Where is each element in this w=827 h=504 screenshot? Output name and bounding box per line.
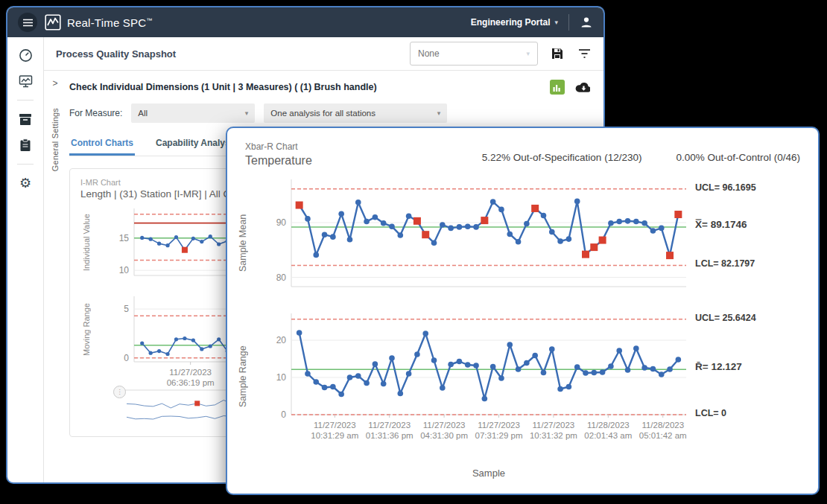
sample-mean-chart: 8090 — [257, 173, 689, 300]
range-lcl-label: LCL= 0 — [695, 408, 726, 418]
page-toolbar: Process Quality Snapshot None ▾ — [44, 37, 603, 71]
sidebar-item-dashboard[interactable] — [18, 48, 33, 63]
range-ucl-label: UCL= 25.6424 — [695, 313, 756, 323]
section-title: Check Individual Dimensions (1 Unit | 3 … — [69, 82, 377, 92]
svg-text:04:31:30 pm: 04:31:30 pm — [420, 431, 468, 440]
svg-text:10:31:32 pm: 10:31:32 pm — [530, 431, 577, 440]
user-account-button[interactable] — [580, 16, 593, 29]
portal-dropdown[interactable]: Engineering Portal ▾ — [471, 17, 558, 28]
analysis-scope-select[interactable]: One analysis for all stations ▾ — [264, 103, 447, 123]
svg-text:0: 0 — [281, 409, 286, 420]
measure-value: All — [138, 109, 148, 118]
mean-lcl-label: LCL= 82.1797 — [695, 258, 755, 269]
user-icon — [580, 16, 593, 29]
svg-text:02:01:43 am: 02:01:43 am — [584, 431, 632, 440]
analysis-scope-value: One analysis for all stations — [270, 109, 376, 118]
navigator-handle[interactable]: ⋮ — [113, 386, 126, 398]
save-button[interactable] — [550, 46, 565, 61]
hamburger-menu-button[interactable] — [18, 13, 37, 32]
svg-text:11/27/2023: 11/27/2023 — [314, 421, 356, 430]
svg-text:07:31:29 pm: 07:31:29 pm — [475, 431, 523, 440]
analysis-chart-button[interactable] — [550, 80, 565, 95]
header-divider — [568, 14, 569, 31]
sample-axis-title: Sample — [291, 468, 686, 479]
svg-text:06:36:19 pm: 06:36:19 pm — [167, 378, 215, 387]
moving-range-axis-title: Moving Range — [82, 296, 91, 363]
sidebar-item-tasks[interactable] — [18, 138, 33, 153]
tab-control-charts[interactable]: Control Charts — [69, 135, 135, 156]
left-icon-sidebar: ⚙ — [7, 37, 44, 484]
expand-panel-chevron[interactable]: > — [52, 78, 57, 89]
svg-text:20: 20 — [276, 335, 287, 345]
svg-text:10:31:29 am: 10:31:29 am — [311, 431, 358, 440]
clipboard-icon — [19, 138, 31, 152]
mean-ucl-label: UCL= 96.1695 — [695, 182, 756, 193]
sidebar-divider — [17, 164, 34, 165]
svg-text:11/28/2023: 11/28/2023 — [587, 421, 630, 430]
archive-box-icon — [19, 113, 32, 126]
chevron-down-icon: ▾ — [437, 109, 441, 117]
svg-text:01:31:36 pm: 01:31:36 pm — [366, 431, 414, 440]
svg-text:11/27/2023: 11/27/2023 — [423, 421, 466, 430]
sidebar-item-archive[interactable] — [18, 112, 33, 127]
sidebar-item-monitoring[interactable] — [18, 74, 33, 89]
chevron-down-icon: ▾ — [526, 50, 530, 57]
bar-chart-icon — [553, 83, 562, 92]
sample-range-chart: 0102011/27/202310:31:29 am11/27/202301:3… — [257, 306, 689, 465]
control-limit-labels: UCL= 96.1695X̿= 89.1746LCL= 82.1797UCL= … — [695, 173, 807, 485]
svg-text:15: 15 — [119, 233, 130, 243]
svg-text:11/27/2023: 11/27/2023 — [368, 421, 411, 430]
preset-value: None — [418, 48, 440, 59]
sample-mean-axis-title: Sample Mean — [238, 194, 248, 291]
filter-icon — [578, 48, 591, 59]
cloud-download-icon — [575, 81, 590, 93]
xbar-charts-area: Sample Mean Sample Range 8090 0102011/27… — [238, 173, 808, 485]
mean-center-label: X̿= 89.1746 — [695, 219, 747, 230]
svg-text:5: 5 — [124, 304, 129, 314]
out-of-spec-stat: 5.22% Out-of-Specification (12/230) — [482, 152, 642, 163]
svg-text:80: 80 — [276, 272, 287, 283]
general-settings-rail: > General Settings — [44, 71, 66, 484]
sidebar-item-settings[interactable]: ⚙ — [18, 176, 33, 191]
measure-select[interactable]: All ▾ — [131, 103, 255, 123]
monitor-chart-icon — [19, 74, 33, 88]
export-button[interactable] — [575, 80, 590, 95]
xbar-chart-kind-label: Xbar-R Chart — [245, 141, 312, 152]
page-title: Process Quality Snapshot — [56, 48, 176, 60]
svg-text:11/28/2023: 11/28/2023 — [641, 421, 684, 430]
svg-text:90: 90 — [276, 217, 287, 228]
out-of-control-stat: 0.00% Out-of-Control (0/46) — [676, 152, 800, 163]
svg-text:10: 10 — [119, 265, 130, 275]
for-measure-label: For Measure: — [69, 108, 122, 118]
svg-text:05:01:42 am: 05:01:42 am — [639, 431, 687, 440]
individual-value-axis-title: Individual Value — [82, 208, 91, 277]
spc-logo-icon — [45, 14, 61, 31]
svg-text:10: 10 — [276, 372, 287, 383]
svg-text:11/27/2023: 11/27/2023 — [169, 368, 212, 377]
sidebar-divider — [17, 100, 34, 101]
app-header: Real-Time SPC™ Engineering Portal ▾ — [7, 7, 603, 37]
general-settings-label: General Settings — [51, 108, 60, 171]
xbar-r-chart-window: Xbar-R Chart Temperature 5.22% Out-of-Sp… — [226, 127, 820, 495]
range-center-label: R̄= 12.127 — [695, 361, 742, 372]
sample-range-axis-title: Sample Range — [238, 328, 248, 425]
chevron-down-icon: ▾ — [245, 109, 249, 117]
svg-text:11/27/2023: 11/27/2023 — [533, 421, 575, 430]
snapshot-preset-select[interactable]: None ▾ — [410, 42, 538, 66]
portal-label: Engineering Portal — [471, 17, 551, 28]
app-title: Real-Time SPC™ — [67, 16, 152, 29]
chevron-down-icon: ▾ — [554, 19, 558, 26]
save-icon — [551, 47, 564, 60]
gauge-icon — [19, 48, 33, 63]
hamburger-icon — [23, 19, 33, 27]
svg-text:0: 0 — [124, 353, 129, 363]
svg-text:11/27/2023: 11/27/2023 — [478, 421, 520, 430]
xbar-chart-title: Temperature — [245, 154, 312, 168]
filter-button[interactable] — [577, 46, 592, 61]
trademark: ™ — [146, 17, 152, 24]
gear-icon: ⚙ — [19, 176, 31, 190]
app-logo: Real-Time SPC™ — [45, 14, 152, 31]
